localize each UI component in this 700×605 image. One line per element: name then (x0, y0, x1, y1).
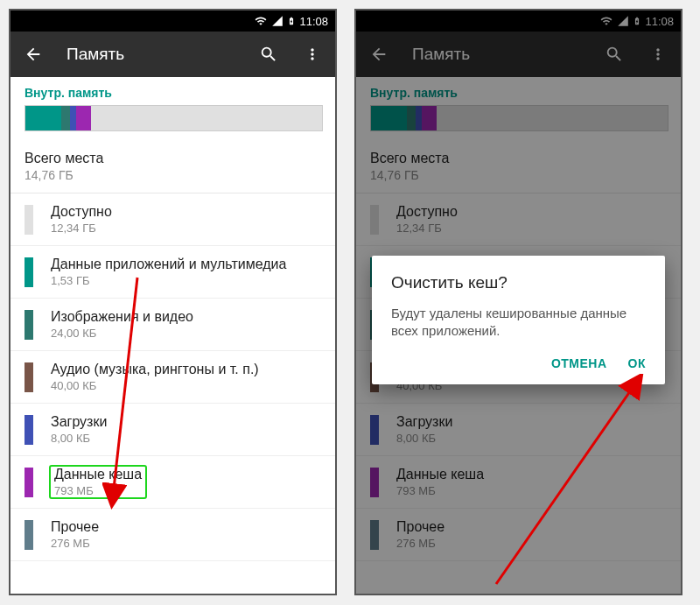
dialog-ok-button[interactable]: ОК (628, 356, 646, 370)
back-button[interactable] (23, 44, 44, 65)
signal-icon (271, 15, 284, 27)
item-images[interactable]: Изображения и видео 24,00 КБ (10, 299, 335, 351)
item-title: Доступно (51, 204, 112, 220)
item-sub: 793 МБ (54, 484, 142, 497)
item-title: Загрузки (51, 414, 107, 430)
item-title: Прочее (51, 519, 99, 535)
color-swatch (24, 468, 33, 497)
item-sub: 40,00 КБ (51, 379, 259, 392)
item-title: Данные приложений и мультимедиа (51, 257, 286, 272)
item-downloads[interactable]: Загрузки 8,00 КБ (10, 404, 335, 456)
color-swatch (24, 310, 33, 340)
item-sub: 1,53 ГБ (51, 274, 286, 287)
phone-right: 11:08 Память Внутр. память Всего места 1… (354, 9, 682, 595)
status-time: 11:08 (299, 15, 328, 28)
search-button[interactable] (258, 44, 279, 65)
item-sub: 276 МБ (51, 537, 99, 550)
dialog-body: Будут удалены кешированные данные всех п… (391, 305, 646, 341)
phone-left: 11:08 Память Внутр. память Всего места 1… (9, 9, 337, 595)
item-available[interactable]: Доступно 12,34 ГБ (10, 193, 335, 246)
item-sub: 12,34 ГБ (51, 222, 112, 235)
cache-highlight: Данные кеша 793 МБ (49, 465, 147, 499)
wifi-icon (254, 15, 268, 27)
color-swatch (24, 520, 33, 550)
item-cache[interactable]: Данные кеша 793 МБ (10, 456, 335, 509)
dialog-cancel-button[interactable]: ОТМЕНА (551, 356, 607, 370)
storage-bar (10, 105, 335, 138)
item-title: Данные кеша (54, 467, 142, 482)
item-apps[interactable]: Данные приложений и мультимедиа 1,53 ГБ (10, 246, 335, 299)
item-title: Аудио (музыка, рингтоны и т. п.) (51, 362, 259, 377)
page-title: Память (66, 45, 235, 64)
total-space-row: Всего места 14,76 ГБ (10, 138, 335, 193)
seg-images (61, 106, 70, 130)
item-title: Изображения и видео (51, 309, 193, 325)
item-audio[interactable]: Аудио (музыка, рингтоны и т. п.) 40,00 К… (10, 351, 335, 404)
seg-apps (25, 106, 61, 130)
internal-storage-label: Внутр. память (10, 77, 335, 105)
item-sub: 24,00 КБ (51, 327, 193, 340)
status-bar: 11:08 (10, 11, 335, 32)
overflow-button[interactable] (302, 44, 323, 65)
color-swatch (24, 362, 33, 392)
clear-cache-dialog: Очистить кеш? Будут удалены кешированные… (372, 256, 665, 384)
seg-downloads (70, 106, 76, 130)
storage-content: Внутр. память Всего места 14,76 ГБ Досту… (10, 77, 335, 561)
battery-icon (287, 14, 296, 28)
dialog-title: Очистить кеш? (391, 273, 646, 292)
seg-cache (76, 106, 91, 130)
app-bar: Память (10, 32, 335, 77)
item-sub: 8,00 КБ (51, 432, 107, 445)
color-swatch (24, 257, 33, 287)
color-swatch (24, 205, 33, 235)
color-swatch (24, 415, 33, 445)
item-other[interactable]: Прочее 276 МБ (10, 509, 335, 561)
total-value: 14,76 ГБ (24, 168, 321, 182)
total-label: Всего места (24, 151, 321, 166)
